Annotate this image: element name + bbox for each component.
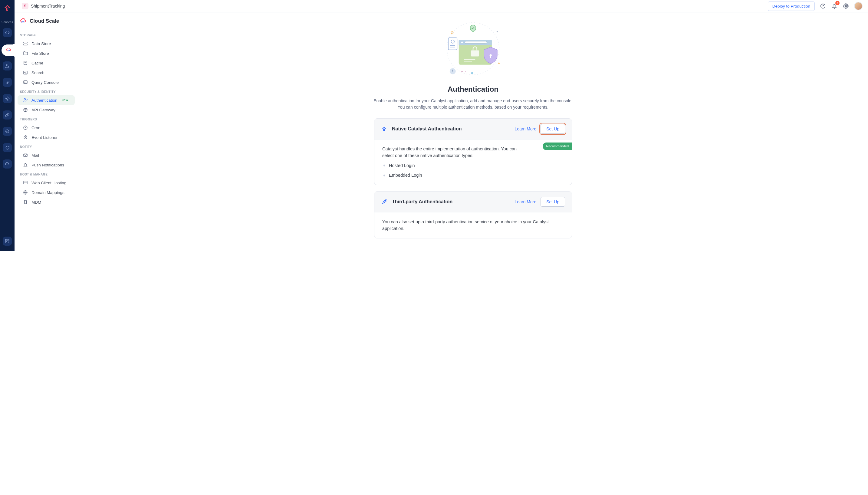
group-host-label: HOST & MANAGE bbox=[15, 170, 78, 178]
card-native-desc: Catalyst handles the entire implementati… bbox=[382, 146, 440, 159]
svg-point-1 bbox=[6, 130, 9, 133]
rail-item-infinity[interactable] bbox=[3, 78, 12, 87]
services-rail: Services bbox=[0, 0, 15, 251]
group-triggers-label: TRIGGERS bbox=[15, 115, 78, 123]
card-thirdparty-auth: Third-party Authentication Learn More Se… bbox=[374, 191, 440, 238]
rail-item-bot[interactable] bbox=[3, 127, 12, 136]
sidebar-item-datastore[interactable]: Data Store bbox=[18, 39, 75, 48]
rail-item-cloud[interactable] bbox=[3, 159, 12, 169]
svg-point-3 bbox=[7, 131, 8, 131]
card-thirdparty-title: Third-party Authentication bbox=[392, 199, 440, 205]
chevron-down-icon bbox=[67, 4, 71, 8]
group-notify-label: NOTIFY bbox=[15, 142, 78, 150]
svg-rect-4 bbox=[5, 239, 7, 241]
sidebar-item-authentication[interactable]: Authentication NEW bbox=[18, 95, 75, 105]
bullet-text: Embedded Login bbox=[389, 172, 422, 178]
sidebar-item-label: Authentication bbox=[32, 98, 57, 103]
sidebar-item-cache[interactable]: Cache bbox=[18, 58, 75, 68]
rail-apps-icon[interactable] bbox=[3, 237, 12, 246]
sidebar-item-label: Domain Mappings bbox=[32, 190, 65, 195]
topbar: S ShipmentTracking Deploy to Production … bbox=[15, 0, 440, 12]
sidebar-item-label: Search bbox=[32, 70, 45, 75]
sidebar-item-domain[interactable]: Domain Mappings bbox=[18, 188, 75, 197]
sidebar-item-label: Mail bbox=[32, 153, 39, 158]
sidebar-item-label: Web Client Hosting bbox=[32, 181, 66, 185]
sidebar-item-label: Cache bbox=[32, 61, 43, 65]
sidebar: Cloud Scale STORAGE Data Store File Stor… bbox=[15, 12, 78, 251]
sidebar-item-label: Event Listener bbox=[32, 135, 57, 140]
bullet-embedded: Embedded Login bbox=[382, 172, 440, 178]
svg-rect-12 bbox=[23, 71, 27, 74]
svg-point-0 bbox=[6, 98, 8, 99]
sidebar-item-label: API Gateway bbox=[32, 108, 55, 112]
sidebar-item-search[interactable]: Search bbox=[18, 68, 75, 78]
svg-rect-6 bbox=[5, 241, 7, 243]
sidebar-item-label: Push Notifications bbox=[32, 163, 64, 167]
native-auth-icon bbox=[381, 125, 388, 132]
project-switcher[interactable]: S ShipmentTracking bbox=[20, 1, 73, 11]
sidebar-item-pushnotif[interactable]: Push Notifications bbox=[18, 160, 75, 170]
rail-item-chat[interactable] bbox=[3, 143, 12, 152]
svg-point-2 bbox=[6, 131, 7, 131]
group-storage-label: STORAGE bbox=[15, 31, 78, 39]
sidebar-item-label: Cron bbox=[32, 125, 40, 130]
card-native-title: Native Catalyst Authentication bbox=[392, 126, 440, 132]
sidebar-item-apigateway[interactable]: API Gateway bbox=[18, 105, 75, 115]
thirdparty-auth-icon bbox=[381, 199, 388, 205]
project-name: ShipmentTracking bbox=[31, 4, 65, 8]
rail-item-link[interactable] bbox=[3, 110, 12, 120]
new-badge: NEW bbox=[61, 99, 69, 102]
sidebar-item-mdm[interactable]: MDM bbox=[18, 197, 75, 207]
sidebar-item-cron[interactable]: Cron bbox=[18, 123, 75, 133]
svg-rect-5 bbox=[7, 239, 9, 241]
svg-point-15 bbox=[24, 99, 25, 100]
rail-item-cloudscale-active[interactable] bbox=[1, 45, 16, 56]
sidebar-item-eventlistener[interactable]: Event Listener bbox=[18, 133, 75, 142]
sidebar-item-label: Data Store bbox=[32, 41, 51, 46]
svg-rect-10 bbox=[23, 44, 27, 45]
brand-logo-icon bbox=[4, 4, 11, 12]
sidebar-title-text: Cloud Scale bbox=[30, 18, 59, 24]
cloudscale-icon bbox=[20, 18, 27, 24]
svg-rect-9 bbox=[23, 42, 27, 43]
sidebar-item-mail[interactable]: Mail bbox=[18, 150, 75, 160]
rail-item-lab[interactable] bbox=[3, 62, 12, 70]
svg-point-11 bbox=[24, 61, 27, 62]
group-security-label: SECURITY & IDENTITY bbox=[15, 87, 78, 95]
bullet-hosted: Hosted Login bbox=[382, 162, 440, 169]
card-native-auth: Native Catalyst Authentication Learn Mor… bbox=[374, 118, 440, 185]
card-thirdparty-desc: You can also set up a third-party authen… bbox=[382, 219, 440, 232]
bullet-text: Hosted Login bbox=[389, 162, 415, 169]
project-initial: S bbox=[22, 3, 29, 10]
page-subtext: Enable authentication for your Catalyst … bbox=[373, 98, 440, 110]
sidebar-item-queryconsole[interactable]: Query Console bbox=[18, 78, 75, 87]
svg-point-13 bbox=[24, 72, 26, 73]
rail-item-ai[interactable] bbox=[3, 94, 12, 103]
sidebar-title: Cloud Scale bbox=[15, 18, 78, 31]
services-label: Services bbox=[1, 21, 13, 24]
sidebar-item-label: File Store bbox=[32, 51, 49, 56]
sidebar-item-label: MDM bbox=[32, 200, 41, 205]
rail-item-code[interactable] bbox=[3, 28, 12, 37]
sidebar-item-webclient[interactable]: Web Client Hosting bbox=[18, 178, 75, 188]
main-content: Authentication Enable authentication for… bbox=[78, 12, 440, 251]
svg-rect-20 bbox=[23, 181, 27, 184]
sidebar-item-label: Query Console bbox=[32, 80, 59, 85]
sidebar-item-filestore[interactable]: File Store bbox=[18, 48, 75, 58]
svg-rect-14 bbox=[23, 81, 27, 84]
